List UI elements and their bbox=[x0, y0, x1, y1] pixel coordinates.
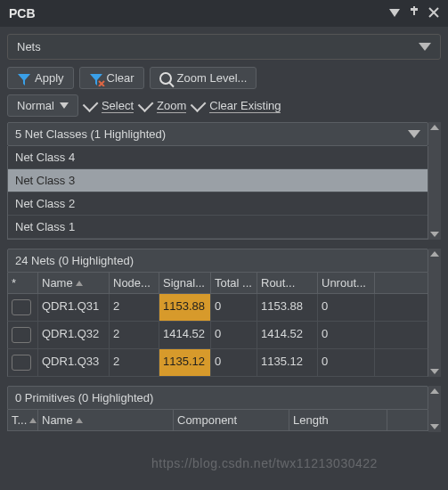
scrollbar[interactable] bbox=[428, 386, 441, 432]
panel-title: PCB bbox=[9, 6, 36, 20]
col-length[interactable]: Length bbox=[289, 410, 387, 430]
col-name[interactable]: Name bbox=[38, 410, 174, 430]
nets-columns: * Name Node... Signal... Total ... Rout.… bbox=[7, 273, 428, 294]
scroll-up-icon[interactable] bbox=[430, 125, 439, 130]
mode-dropdown[interactable]: Normal bbox=[7, 94, 78, 117]
col-signal[interactable]: Signal... bbox=[159, 273, 211, 293]
apply-button[interactable]: Apply bbox=[7, 67, 74, 89]
cell-rout: 1414.52 bbox=[257, 322, 318, 348]
scroll-down-icon[interactable] bbox=[430, 232, 439, 237]
nets-row[interactable]: QDR1.Q3121153.8801153.880 bbox=[7, 294, 428, 322]
chevron-down-icon bbox=[419, 43, 431, 51]
nets-section: 24 Nets (0 Highlighted) * Name Node... S… bbox=[7, 249, 428, 377]
check-icon bbox=[191, 96, 207, 112]
cell-total: 0 bbox=[211, 322, 257, 348]
clear-existing-checkbox[interactable]: Clear Existing bbox=[193, 99, 281, 113]
select-checkbox[interactable]: Select bbox=[86, 99, 134, 113]
cell-name: QDR1.Q33 bbox=[38, 349, 110, 376]
select-label: Select bbox=[102, 99, 134, 113]
clear-existing-label: Clear Existing bbox=[209, 99, 281, 113]
zoom-level-button[interactable]: Zoom Level... bbox=[150, 67, 257, 89]
cell-node: 2 bbox=[110, 349, 159, 376]
zoom-checkbox[interactable]: Zoom bbox=[141, 99, 186, 113]
svg-marker-0 bbox=[389, 9, 400, 17]
main-dropdown[interactable]: Nets bbox=[7, 34, 441, 60]
net-classes-list: Net Class 4Net Class 3Net Class 2Net Cla… bbox=[7, 146, 428, 240]
scrollbar[interactable] bbox=[428, 122, 441, 240]
check-icon bbox=[138, 96, 154, 112]
funnel-icon bbox=[17, 72, 29, 85]
primitives-header[interactable]: 0 Primitives (0 Highlighted) bbox=[7, 386, 428, 410]
primitives-title: 0 Primitives (0 Highlighted) bbox=[15, 391, 153, 404]
svg-rect-2 bbox=[411, 8, 418, 11]
col-component[interactable]: Component bbox=[174, 410, 289, 430]
watermark: https://blog.csdn.net/twx11213030422 bbox=[151, 456, 378, 470]
cell-unrout: 0 bbox=[318, 294, 375, 321]
net-classes-header[interactable]: 5 Net Classes (1 Highlighted) bbox=[7, 122, 428, 146]
cell-unrout: 0 bbox=[318, 349, 375, 376]
primitives-columns: T... Name Component Length bbox=[7, 410, 428, 431]
svg-marker-9 bbox=[60, 102, 69, 109]
chevron-down-icon bbox=[60, 102, 69, 110]
col-type[interactable]: T... bbox=[8, 410, 38, 430]
scroll-up-icon[interactable] bbox=[430, 388, 439, 394]
row-button[interactable] bbox=[12, 299, 31, 315]
chevron-down-icon bbox=[408, 130, 420, 138]
nets-title: 24 Nets (0 Highlighted) bbox=[15, 254, 134, 267]
sort-asc-icon bbox=[76, 418, 83, 423]
apply-label: Apply bbox=[35, 71, 64, 85]
clear-button[interactable]: Clear bbox=[79, 67, 144, 89]
scroll-up-icon[interactable] bbox=[430, 251, 439, 257]
funnel-clear-icon bbox=[89, 72, 102, 85]
nets-row[interactable]: QDR1.Q3221414.5201414.520 bbox=[7, 322, 428, 349]
primitives-section: 0 Primitives (0 Highlighted) T... Name C… bbox=[7, 386, 428, 431]
col-total[interactable]: Total ... bbox=[211, 273, 257, 293]
col-node[interactable]: Node... bbox=[110, 273, 159, 293]
toolbar-secondary: Normal Select Zoom Clear Existing bbox=[7, 94, 441, 117]
main-dropdown-label: Nets bbox=[17, 40, 41, 53]
cell-signal: 1414.52 bbox=[159, 322, 211, 348]
svg-marker-5 bbox=[18, 74, 30, 86]
col-unrout[interactable]: Unrout... bbox=[318, 273, 375, 293]
clear-label: Clear bbox=[107, 71, 134, 85]
net-classes-title: 5 Net Classes (1 Highlighted) bbox=[15, 127, 166, 141]
panel-body: Nets Apply Clear Zoom Level... Normal S bbox=[0, 27, 448, 438]
scrollbar[interactable] bbox=[428, 249, 441, 377]
cell-node: 2 bbox=[110, 322, 159, 348]
cell-total: 0 bbox=[211, 294, 257, 321]
net-class-row[interactable]: Net Class 4 bbox=[8, 146, 428, 169]
nets-header[interactable]: 24 Nets (0 Highlighted) bbox=[7, 249, 428, 273]
cell-signal: 1135.12 bbox=[159, 349, 211, 376]
dropdown-icon[interactable] bbox=[389, 7, 400, 20]
col-rout[interactable]: Rout... bbox=[257, 273, 318, 293]
col-star[interactable]: * bbox=[8, 273, 38, 293]
cell-total: 0 bbox=[211, 349, 257, 376]
magnifier-icon bbox=[159, 72, 172, 85]
net-class-row[interactable]: Net Class 2 bbox=[8, 192, 428, 216]
scroll-down-icon[interactable] bbox=[430, 369, 439, 374]
cell-node: 2 bbox=[110, 294, 159, 321]
scroll-down-icon[interactable] bbox=[430, 424, 439, 429]
sort-asc-icon bbox=[29, 418, 37, 423]
col-name[interactable]: Name bbox=[38, 273, 110, 293]
row-button[interactable] bbox=[12, 327, 31, 343]
net-class-row[interactable]: Net Class 1 bbox=[8, 216, 428, 239]
close-icon[interactable] bbox=[428, 7, 439, 20]
sort-asc-icon bbox=[76, 281, 83, 286]
check-icon bbox=[83, 96, 99, 112]
zoom-label: Zoom bbox=[157, 99, 186, 113]
nets-rows: QDR1.Q3121153.8801153.880QDR1.Q3221414.5… bbox=[7, 294, 428, 377]
pin-icon[interactable] bbox=[409, 6, 419, 21]
row-button[interactable] bbox=[12, 355, 31, 371]
cell-name: QDR1.Q32 bbox=[38, 322, 110, 348]
nets-row[interactable]: QDR1.Q3321135.1201135.120 bbox=[7, 349, 428, 377]
net-classes-section: 5 Net Classes (1 Highlighted) Net Class … bbox=[7, 122, 428, 240]
mode-label: Normal bbox=[17, 99, 54, 112]
cell-rout: 1153.88 bbox=[257, 294, 318, 321]
cell-signal: 1153.88 bbox=[159, 294, 211, 321]
net-class-row[interactable]: Net Class 3 bbox=[8, 169, 428, 192]
zoom-level-label: Zoom Level... bbox=[177, 71, 248, 85]
cell-unrout: 0 bbox=[318, 322, 375, 348]
cell-rout: 1135.12 bbox=[257, 349, 318, 376]
cell-name: QDR1.Q31 bbox=[38, 294, 110, 321]
